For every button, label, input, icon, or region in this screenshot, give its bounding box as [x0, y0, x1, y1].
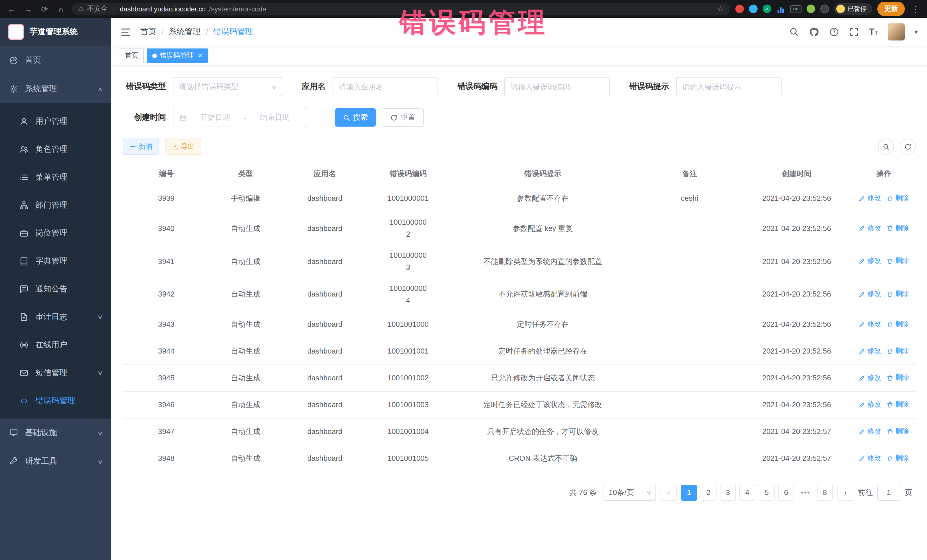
col-message: 错误码提示 [448, 168, 638, 179]
url-bar[interactable]: ⚠ 不安全 dashboard.yudao.iocoder.cn/system/… [72, 3, 730, 15]
sidebar-item-dict[interactable]: 字典管理 [0, 247, 111, 275]
reload-icon[interactable]: ⟳ [39, 4, 50, 14]
delete-link[interactable]: 删除 [887, 289, 909, 300]
table-row: 3948 自动生成 dashboard 1001001005 CRON 表达式不… [123, 445, 916, 472]
date-start-placeholder[interactable]: 开始日期 [190, 112, 240, 123]
error-code-input[interactable] [504, 77, 610, 96]
breadcrumb-item-system[interactable]: 系统管理 [169, 27, 201, 37]
next-page-button[interactable]: › [837, 484, 853, 501]
page-button-8[interactable]: 8 [817, 484, 833, 501]
edit-link[interactable]: 修改 [859, 426, 881, 437]
extension-leaf-icon[interactable] [807, 5, 815, 13]
extension-droplet-icon[interactable] [749, 5, 758, 13]
cell-time: 2021-04-20 23:52:56 [741, 193, 852, 205]
cell-app: dashboard [281, 193, 369, 205]
sidebar-item-code[interactable]: 错误码管理 [0, 387, 111, 414]
error-msg-input[interactable] [676, 77, 781, 96]
extension-pin-icon[interactable] [820, 5, 829, 13]
edit-link[interactable]: 修改 [859, 345, 881, 357]
cell-type: 自动生成 [210, 372, 281, 384]
github-icon[interactable] [809, 27, 819, 37]
sidebar-item-dashboard[interactable]: 首页 [0, 46, 111, 75]
sidebar-item-user[interactable]: 用户管理 [0, 107, 111, 135]
home-icon[interactable]: ⌂ [55, 4, 67, 14]
table-body: 3939 手动编辑 dashboard 1001000001 参数配置不存在 c… [123, 185, 916, 472]
export-button[interactable]: 导出 [165, 138, 201, 155]
prev-page-button[interactable]: ‹ [661, 484, 676, 501]
search-icon[interactable] [789, 27, 799, 37]
sidebar-item-online[interactable]: 在线用户 [0, 331, 111, 359]
close-icon[interactable]: × [198, 52, 202, 59]
delete-link[interactable]: 删除 [887, 345, 909, 357]
edit-link[interactable]: 修改 [859, 256, 881, 267]
hamburger-icon[interactable] [120, 27, 131, 37]
edit-link[interactable]: 修改 [859, 399, 881, 410]
sidebar-item-log[interactable]: 审计日志 ∨ [0, 303, 111, 331]
page-button-5[interactable]: 5 [759, 484, 775, 501]
profile-chip[interactable]: 已暂停 [834, 3, 872, 15]
delete-link[interactable]: 删除 [887, 193, 909, 204]
sidebar-item-tools[interactable]: 研发工具 ∨ [0, 447, 111, 476]
font-size-icon[interactable]: TT [869, 27, 878, 36]
page-button-2[interactable]: 2 [701, 484, 716, 501]
date-range-picker[interactable]: 开始日期 - 结束日期 [173, 108, 306, 127]
sidebar-item-sms[interactable]: 短信管理 ∨ [0, 359, 111, 387]
extension-bars-icon[interactable] [777, 5, 785, 13]
page-button-3[interactable]: 3 [720, 484, 736, 501]
edit-link[interactable]: 修改 [859, 372, 881, 384]
sidebar-item-post[interactable]: 岗位管理 [0, 219, 111, 247]
edit-link[interactable]: 修改 [859, 193, 881, 204]
fullscreen-icon[interactable] [849, 27, 859, 37]
delete-link[interactable]: 删除 [887, 452, 909, 464]
extension-red-icon[interactable] [736, 5, 744, 13]
caret-down-icon[interactable]: ▾ [915, 28, 918, 36]
edit-link[interactable]: 修改 [859, 319, 881, 330]
edit-link[interactable]: 修改 [859, 289, 881, 300]
tag-home[interactable]: 首页 [120, 48, 144, 63]
delete-link[interactable]: 删除 [887, 319, 909, 330]
col-remark: 备注 [638, 168, 741, 179]
delete-link[interactable]: 删除 [887, 399, 909, 410]
page-button-4[interactable]: 4 [739, 484, 755, 501]
delete-link[interactable]: 删除 [887, 223, 909, 234]
edit-link[interactable]: 修改 [859, 223, 881, 234]
bookmark-star-icon[interactable]: ☆ [717, 5, 724, 13]
pages-ellipsis[interactable]: ••• [798, 484, 813, 501]
cell-id: 3940 [123, 222, 210, 234]
page-button-1[interactable]: 1 [681, 484, 697, 501]
sidebar-item-users[interactable]: 角色管理 [0, 135, 111, 163]
add-button[interactable]: 新增 [123, 138, 159, 155]
sidebar-item-notice[interactable]: 通知公告 [0, 275, 111, 303]
back-icon[interactable]: ← [6, 4, 17, 14]
avatar[interactable] [887, 23, 905, 41]
page-button-6[interactable]: 6 [778, 484, 794, 501]
search-button[interactable]: 搜索 [335, 108, 376, 127]
sidebar-item-infra[interactable]: 基础设施 ∨ [0, 419, 111, 447]
delete-link[interactable]: 删除 [887, 256, 909, 267]
plus-icon [129, 143, 136, 150]
error-type-select[interactable]: 请选择错误码类型 ∨ [173, 77, 283, 96]
update-button[interactable]: 更新 [877, 2, 905, 16]
toggle-search-button[interactable] [878, 138, 894, 155]
help-icon[interactable] [829, 27, 839, 37]
page-size-select[interactable]: 10条/页 ∨ [603, 484, 656, 501]
edit-link[interactable]: 修改 [859, 452, 881, 464]
app-logo-area[interactable]: 芋道管理系统 [0, 18, 111, 46]
delete-link[interactable]: 删除 [887, 372, 909, 384]
sidebar-item-menu[interactable]: 菜单管理 [0, 163, 111, 191]
forward-icon[interactable]: → [22, 4, 33, 14]
extension-check-icon[interactable]: ✓ [763, 5, 771, 13]
extension-on-badge[interactable]: on [790, 5, 801, 13]
date-end-placeholder[interactable]: 结束日期 [249, 112, 300, 123]
goto-input[interactable] [877, 484, 900, 501]
breadcrumb-item-home[interactable]: 首页 [140, 27, 156, 37]
browser-menu-icon[interactable]: ⋮ [910, 4, 921, 14]
security-label[interactable]: 不安全 [87, 4, 108, 14]
app-name-input[interactable] [333, 77, 438, 96]
reset-button[interactable]: 重置 [381, 108, 424, 127]
sidebar-item-system[interactable]: 系统管理 ∧ [0, 75, 111, 103]
delete-link[interactable]: 删除 [887, 426, 909, 437]
sidebar-item-tree[interactable]: 部门管理 [0, 191, 111, 219]
tag-error-code[interactable]: 错误码管理 × [147, 48, 207, 63]
refresh-button[interactable] [900, 138, 916, 155]
